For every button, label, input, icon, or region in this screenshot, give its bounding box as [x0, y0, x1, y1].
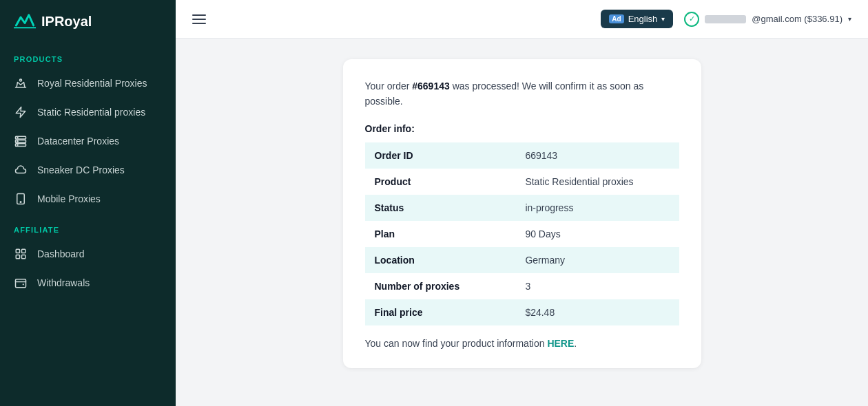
sidebar-item-royal-residential[interactable]: Royal Residential Proxies — [0, 69, 176, 98]
products-section-label: PRODUCTS — [0, 43, 176, 69]
svg-point-15 — [23, 284, 24, 285]
logo-icon — [14, 12, 36, 30]
sidebar-item-withdrawals[interactable]: Withdrawals — [0, 268, 176, 297]
table-cell-value: Germany — [515, 247, 679, 273]
table-cell-key: Product — [365, 169, 516, 195]
sidebar: IPRoyal PRODUCTS Royal Residential Proxi… — [0, 0, 176, 406]
server-icon — [14, 134, 28, 148]
crown-icon — [14, 76, 28, 90]
sidebar-item-label: Mobile Proxies — [37, 193, 101, 204]
svg-marker-1 — [16, 107, 25, 118]
sidebar-item-label: Static Residential proxies — [37, 107, 145, 118]
order-success-message: Your order #669143 was processed! We wil… — [365, 78, 679, 109]
sidebar-item-label: Royal Residential Proxies — [37, 78, 147, 89]
svg-rect-11 — [22, 249, 25, 253]
user-menu-button[interactable]: ✓ @gmail.com ($336.91) ▾ — [684, 12, 851, 27]
sidebar-item-datacenter[interactable]: Datacenter Proxies — [0, 127, 176, 156]
sidebar-item-label: Datacenter Proxies — [37, 136, 119, 147]
table-cell-value: in-progress — [515, 195, 679, 221]
svg-rect-14 — [16, 279, 26, 288]
topbar: Ad English ▾ ✓ @gmail.com ($336.91) ▾ — [176, 0, 868, 39]
success-msg-prefix: Your order — [365, 81, 413, 92]
table-cell-value: 3 — [515, 273, 679, 299]
footer-text-after: . — [574, 338, 577, 349]
table-row: ProductStatic Residential proxies — [365, 169, 679, 195]
logo: IPRoyal — [0, 0, 176, 43]
table-row: Final price$24.48 — [365, 299, 679, 325]
user-chevron-icon: ▾ — [848, 15, 851, 23]
table-cell-key: Plan — [365, 221, 516, 247]
ad-badge: Ad — [609, 14, 623, 23]
chevron-down-icon: ▾ — [661, 15, 665, 23]
svg-point-5 — [17, 138, 18, 138]
order-footer: You can now find your product informatio… — [365, 338, 679, 349]
svg-rect-12 — [16, 255, 19, 259]
svg-point-9 — [20, 202, 21, 203]
topbar-left — [192, 14, 206, 24]
table-cell-key: Number of proxies — [365, 273, 516, 299]
table-row: LocationGermany — [365, 247, 679, 273]
sidebar-item-static-residential[interactable]: Static Residential proxies — [0, 98, 176, 127]
main-area: Ad English ▾ ✓ @gmail.com ($336.91) ▾ Yo… — [176, 0, 868, 406]
table-cell-key: Status — [365, 195, 516, 221]
content-area: Your order #669143 was processed! We wil… — [176, 39, 868, 406]
user-email-blur — [705, 15, 746, 23]
sidebar-item-dashboard[interactable]: Dashboard — [0, 239, 176, 268]
language-button[interactable]: Ad English ▾ — [601, 10, 673, 28]
table-row: Order ID669143 — [365, 142, 679, 169]
mobile-icon — [14, 192, 28, 206]
svg-point-7 — [17, 145, 18, 145]
sidebar-item-label: Withdrawals — [37, 277, 90, 288]
order-table: Order ID669143ProductStatic Residential … — [365, 142, 679, 325]
footer-text-before: You can now find your product informatio… — [365, 338, 548, 349]
affiliate-section-label: AFFILIATE — [0, 213, 176, 239]
table-cell-key: Order ID — [365, 142, 516, 169]
svg-point-0 — [20, 79, 22, 81]
order-id-highlight: #669143 — [412, 81, 450, 92]
svg-rect-10 — [16, 249, 19, 253]
table-cell-value: Static Residential proxies — [515, 169, 679, 195]
table-row: Statusin-progress — [365, 195, 679, 221]
table-cell-key: Final price — [365, 299, 516, 325]
sidebar-item-sneaker-dc[interactable]: Sneaker DC Proxies — [0, 156, 176, 184]
table-cell-value: 90 Days — [515, 221, 679, 247]
wallet-icon — [14, 276, 28, 290]
bolt-icon — [14, 105, 28, 119]
order-card: Your order #669143 was processed! We wil… — [343, 59, 701, 368]
logo-text: IPRoyal — [41, 14, 92, 30]
user-email-suffix: @gmail.com ($336.91) — [752, 14, 843, 24]
table-row: Number of proxies3 — [365, 273, 679, 299]
language-label: English — [628, 14, 658, 24]
user-verified-icon: ✓ — [684, 12, 699, 27]
cloud-icon — [14, 163, 28, 177]
table-cell-key: Location — [365, 247, 516, 273]
table-row: Plan90 Days — [365, 221, 679, 247]
table-cell-value: $24.48 — [515, 299, 679, 325]
svg-point-6 — [17, 141, 18, 142]
hamburger-menu[interactable] — [192, 14, 206, 24]
grid-icon — [14, 247, 28, 261]
here-link[interactable]: HERE — [547, 338, 574, 349]
svg-rect-13 — [22, 255, 25, 259]
sidebar-item-mobile[interactable]: Mobile Proxies — [0, 184, 176, 213]
table-cell-value: 669143 — [515, 142, 679, 169]
sidebar-item-label: Dashboard — [37, 248, 85, 259]
sidebar-item-label: Sneaker DC Proxies — [37, 164, 125, 175]
order-info-label: Order info: — [365, 123, 679, 134]
topbar-right: Ad English ▾ ✓ @gmail.com ($336.91) ▾ — [601, 10, 851, 28]
